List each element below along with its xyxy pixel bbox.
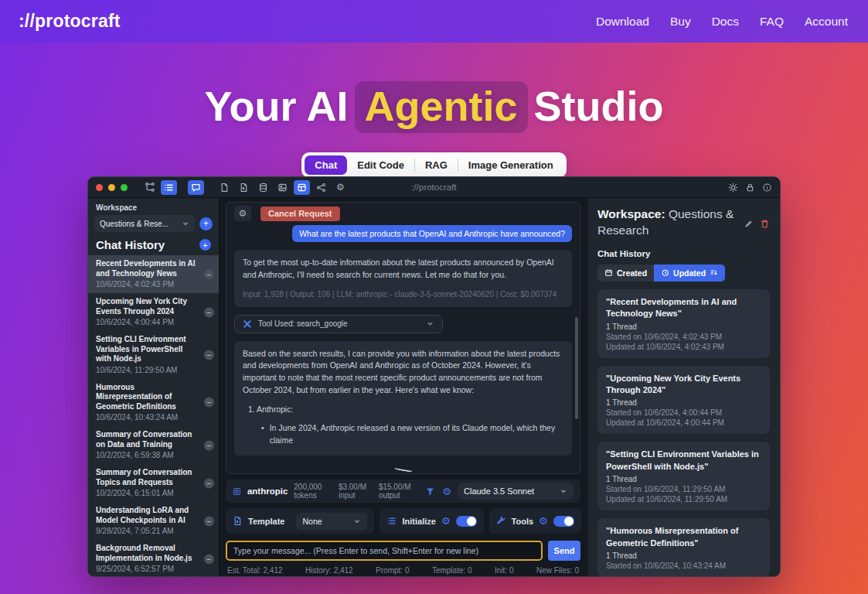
- cancel-request-button[interactable]: Cancel Request: [260, 207, 340, 221]
- list-item[interactable]: Background Removal Implementation in Nod…: [88, 540, 219, 576]
- add-workspace-button[interactable]: +: [199, 217, 213, 230]
- chat-date: 10/6/2024, 4:00:44 PM: [96, 318, 200, 326]
- thread-updated: Updated at 10/6/2024, 11:29:50 AM: [606, 495, 761, 504]
- gear-icon[interactable]: ⚙: [332, 180, 349, 195]
- message-input-row: Send: [226, 541, 580, 561]
- list-item[interactable]: Understanding LoRA and Model Checkpoints…: [88, 502, 219, 540]
- chevron-down-icon: [353, 517, 361, 525]
- tools-toggle[interactable]: [553, 516, 574, 527]
- sort-updated-button[interactable]: Updated: [654, 265, 725, 282]
- nodes-icon[interactable]: [313, 180, 329, 195]
- assistant-message-text: Based on the search results, I can provi…: [243, 348, 563, 397]
- remove-chat-button[interactable]: −: [204, 350, 214, 360]
- thread-card-title: "Humorous Misrepresentation of Geometric…: [606, 525, 761, 549]
- remove-chat-button[interactable]: −: [204, 269, 214, 279]
- created-label: Created: [617, 268, 647, 278]
- list-item[interactable]: Upcoming New York City Events Through 20…: [88, 293, 219, 331]
- database-icon[interactable]: [255, 180, 271, 195]
- nav-link-download[interactable]: Download: [596, 15, 649, 29]
- messages-scrollbar[interactable]: [575, 317, 578, 419]
- remove-chat-button[interactable]: −: [204, 440, 214, 450]
- nav-link-buy[interactable]: Buy: [670, 15, 691, 29]
- list-item[interactable]: Summary of Conversation Topics and Reque…: [88, 464, 219, 502]
- calendar-icon: [604, 268, 613, 277]
- file-icon[interactable]: [216, 180, 233, 195]
- chevron-down-icon: [182, 220, 189, 227]
- chat-history-header: Chat History +: [88, 238, 219, 255]
- pencil-icon[interactable]: [744, 219, 754, 229]
- message-settings-icon[interactable]: ⚙: [234, 206, 251, 221]
- list-icon[interactable]: [161, 180, 177, 195]
- tab-image-generation[interactable]: Image Generation: [458, 155, 563, 175]
- loading-spinner: [393, 466, 413, 473]
- workspace-select[interactable]: Questions & Rese...: [94, 215, 195, 232]
- chat-date: 10/2/2024, 6:59:38 AM: [96, 451, 200, 459]
- send-button[interactable]: Send: [548, 541, 580, 561]
- nav-link-account[interactable]: Account: [805, 15, 848, 29]
- thread-card[interactable]: "Humorous Misrepresentation of Geometric…: [597, 518, 770, 576]
- remove-chat-button[interactable]: −: [204, 516, 214, 526]
- workspace-panel: Workspace: Questions & Research Chat His…: [587, 198, 780, 576]
- thread-card[interactable]: "Upcoming New York City Events Through 2…: [597, 366, 770, 435]
- app-body: Workspace Questions & Rese... + Chat His…: [88, 198, 780, 576]
- chat-title: Recent Developments in AI and Technology…: [96, 259, 200, 278]
- options-bar: Template None Initialize ⚙: [226, 508, 580, 534]
- nav-link-faq[interactable]: FAQ: [760, 15, 784, 29]
- thread-card[interactable]: "Recent Developments in AI and Technolog…: [597, 289, 770, 358]
- info-icon[interactable]: [762, 183, 772, 193]
- template-select-value: None: [302, 517, 322, 526]
- remove-chat-button[interactable]: −: [204, 307, 214, 317]
- feature-tabs: Chat Edit Code RAG Image Generation: [301, 152, 566, 178]
- remove-chat-button[interactable]: −: [204, 478, 214, 488]
- stat-template: Template: 0: [432, 566, 472, 575]
- thread-card[interactable]: "Setting CLI Environment Variables in Po…: [597, 442, 770, 510]
- list-item[interactable]: Humorous Misrepresentation of Geometric …: [88, 379, 219, 427]
- stat-new-files: New Files: 0: [536, 566, 579, 575]
- file-export-icon[interactable]: [236, 180, 252, 195]
- chat-date: 10/6/2024, 11:29:50 AM: [96, 366, 200, 374]
- list-item[interactable]: Recent Developments in AI and Technology…: [88, 255, 219, 293]
- output-price: $15.00/M output: [379, 483, 419, 500]
- bullet-text: In June 2024, Anthropic released a new v…: [270, 422, 563, 447]
- initialize-section: Initialize ⚙: [380, 508, 483, 534]
- close-window-button[interactable]: [96, 184, 103, 191]
- chat-title: Summary of Conversation on Data and Trai…: [96, 430, 200, 449]
- initialize-settings-icon[interactable]: ⚙: [441, 515, 451, 527]
- sort-created-button[interactable]: Created: [597, 265, 654, 282]
- maximize-window-button[interactable]: [121, 184, 128, 191]
- remove-chat-button[interactable]: −: [204, 554, 214, 564]
- minimize-window-button[interactable]: [108, 184, 115, 191]
- chat-date: 9/28/2024, 7:05:21 AM: [96, 527, 200, 535]
- tab-edit-code[interactable]: Edit Code: [347, 155, 414, 175]
- tab-chat[interactable]: Chat: [305, 155, 347, 175]
- workspace-select-value: Questions & Rese...: [100, 220, 168, 228]
- initialize-toggle[interactable]: [456, 516, 477, 527]
- tools-settings-icon[interactable]: ⚙: [539, 515, 548, 527]
- filter-icon[interactable]: [425, 486, 435, 497]
- thread-updated: Updated at 10/6/2024, 4:00:44 PM: [606, 418, 761, 427]
- remove-chat-button[interactable]: −: [204, 398, 214, 408]
- chevron-down-icon: [560, 487, 567, 495]
- tab-rag[interactable]: RAG: [415, 155, 458, 175]
- nav-link-docs[interactable]: Docs: [712, 15, 739, 29]
- chat-icon[interactable]: [188, 180, 204, 195]
- bullet-glyph: •: [261, 422, 264, 447]
- workflow-icon[interactable]: [141, 180, 158, 195]
- model-select-value: Claude 3.5 Sonnet: [464, 486, 534, 496]
- stat-init: Init: 0: [495, 566, 513, 575]
- list-item[interactable]: Setting CLI Environment Variables in Pow…: [88, 331, 219, 379]
- template-select[interactable]: None: [296, 513, 367, 530]
- sun-icon[interactable]: [728, 183, 738, 193]
- message-input[interactable]: [226, 541, 543, 561]
- tool-used-dropdown[interactable]: Tool Used: search_google: [234, 315, 443, 333]
- list-item[interactable]: Summary of Conversation on Data and Trai…: [88, 426, 219, 464]
- new-chat-button[interactable]: +: [199, 239, 211, 251]
- layout-icon[interactable]: [294, 180, 310, 195]
- thread-updated: Updated at 10/6/2024, 4:02:43 PM: [606, 343, 761, 351]
- trash-icon[interactable]: [760, 219, 770, 229]
- model-settings-icon[interactable]: ⚙: [442, 486, 451, 497]
- model-select[interactable]: Claude 3.5 Sonnet: [458, 483, 574, 500]
- lock-icon[interactable]: [745, 183, 755, 193]
- token-stats-row: Est. Total: 2,412 History: 2,412 Prompt:…: [227, 566, 579, 575]
- image-icon[interactable]: [274, 180, 291, 195]
